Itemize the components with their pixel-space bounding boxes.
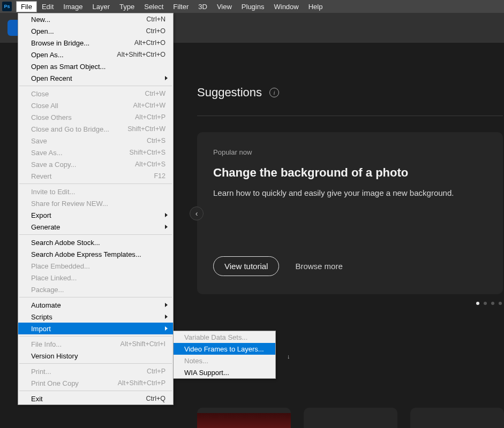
file-menu-item[interactable]: Search Adobe Express Templates... <box>18 248 173 260</box>
carousel-dots <box>197 302 502 305</box>
menu-item-shortcut: Alt+Ctrl+P <box>135 113 166 121</box>
menu-item-label: Import <box>31 325 166 333</box>
dot[interactable] <box>484 302 487 305</box>
menu-view[interactable]: View <box>212 1 237 12</box>
menubar: Ps FileEditImageLayerTypeSelectFilter3DV… <box>0 0 504 13</box>
file-menu-item: Print One CopyAlt+Shift+Ctrl+P <box>18 377 173 389</box>
file-menu-item[interactable]: Search Adobe Stock... <box>18 236 173 248</box>
browse-more-link[interactable]: Browse more <box>295 262 342 271</box>
menu-item-shortcut: Shift+Ctrl+W <box>127 125 166 133</box>
menu-separator <box>19 363 172 364</box>
menu-separator <box>19 184 172 184</box>
divider <box>197 116 503 116</box>
dot[interactable] <box>476 302 479 305</box>
import-submenu-item: Variable Data Sets... <box>174 331 275 343</box>
menu-item-label: Search Adobe Stock... <box>31 239 166 247</box>
thumbnail[interactable] <box>197 408 291 428</box>
file-menu-item[interactable]: Scripts <box>18 311 173 323</box>
menu-window[interactable]: Window <box>269 1 303 12</box>
file-menu-item: Save a Copy...Alt+Ctrl+S <box>18 158 173 170</box>
menu-item-shortcut: Alt+Shift+Ctrl+P <box>118 379 166 387</box>
menu-separator <box>19 391 172 391</box>
menu-item-label: Exit <box>31 395 146 403</box>
card-title: Change the background of a photo <box>213 166 487 180</box>
file-menu-item: Place Embedded... <box>18 260 173 272</box>
menu-item-label: Close Others <box>31 113 135 121</box>
file-menu-item: Print...Ctrl+P <box>18 365 173 377</box>
file-menu-item[interactable]: Export <box>18 209 173 221</box>
menu-item-shortcut: Ctrl+P <box>147 368 166 375</box>
menu-item-label: Share for Review NEW... <box>31 200 166 208</box>
menu-item-label: Print... <box>31 368 147 376</box>
file-menu-item[interactable]: ExitCtrl+Q <box>18 393 173 404</box>
menu-item-label: Open Recent <box>31 74 166 82</box>
file-menu-item[interactable]: New...Ctrl+N <box>18 13 173 25</box>
file-menu-item[interactable]: Automate <box>18 299 173 311</box>
menu-item-label: Revert <box>31 172 154 180</box>
file-menu-item[interactable]: Open as Smart Object... <box>18 60 173 72</box>
file-menu-item: Package... <box>18 284 173 295</box>
menu-image[interactable]: Image <box>58 1 87 12</box>
menu-item-label: Version History <box>31 352 166 360</box>
file-menu-item[interactable]: Import <box>18 323 173 334</box>
menu-item-label: Place Linked... <box>31 274 166 282</box>
import-submenu: Variable Data Sets...Video Frames to Lay… <box>173 331 276 379</box>
thumbnail[interactable] <box>304 408 397 428</box>
file-menu-item[interactable]: Version History <box>18 350 173 362</box>
file-menu-item: SaveCtrl+S <box>18 135 173 147</box>
file-menu-item[interactable]: Generate <box>18 221 173 233</box>
menu-item-label: Place Embedded... <box>31 262 166 270</box>
menu-item-label: Export <box>31 211 166 219</box>
menu-item-label: Save As... <box>31 149 130 157</box>
view-tutorial-button[interactable]: View tutorial <box>213 256 279 276</box>
carousel-prev-button[interactable]: ‹ <box>190 207 204 220</box>
info-icon[interactable]: i <box>269 88 279 97</box>
thumbnail[interactable] <box>410 408 504 428</box>
menu-plugins[interactable]: Plugins <box>237 1 269 12</box>
menu-item-label: Package... <box>31 286 166 294</box>
file-menu-item[interactable]: Open Recent <box>18 72 173 84</box>
menu-filter[interactable]: Filter <box>168 1 193 12</box>
menu-item-shortcut: Alt+Ctrl+O <box>134 39 166 47</box>
menu-item-label: Save <box>31 137 147 145</box>
file-menu-item[interactable]: Open...Ctrl+O <box>18 25 173 37</box>
menu-layer[interactable]: Layer <box>88 1 115 12</box>
menu-item-label: New... <box>31 16 146 24</box>
submenu-arrow-icon <box>165 76 168 80</box>
import-submenu-item[interactable]: Video Frames to Layers... <box>174 343 275 355</box>
app-icon: Ps <box>2 2 12 11</box>
menu-type[interactable]: Type <box>115 1 139 12</box>
menu-help[interactable]: Help <box>304 1 328 12</box>
menu-item-label: Close <box>31 90 145 98</box>
file-menu-item[interactable]: Open As...Alt+Shift+Ctrl+O <box>18 49 173 60</box>
menu-item-shortcut: Shift+Ctrl+S <box>130 149 166 156</box>
sort-control[interactable]: ↓ <box>287 353 504 360</box>
menu-item-shortcut: Alt+Shift+Ctrl+O <box>117 51 166 58</box>
menu-edit[interactable]: Edit <box>37 1 58 12</box>
menu-item-label: Save a Copy... <box>31 160 135 169</box>
submenu-arrow-icon <box>165 303 168 307</box>
menu-item-label: Close and Go to Bridge... <box>31 125 127 133</box>
menu-item-label: Invite to Edit... <box>31 188 166 196</box>
menu-separator <box>19 297 172 297</box>
file-menu-item: Invite to Edit... <box>18 186 173 197</box>
file-menu-item: Close and Go to Bridge...Shift+Ctrl+W <box>18 123 173 135</box>
menu-select[interactable]: Select <box>139 1 168 12</box>
menu-3d[interactable]: 3D <box>193 1 212 12</box>
file-menu-item: CloseCtrl+W <box>18 88 173 100</box>
menu-item-label: Open As... <box>31 51 117 59</box>
menu-file[interactable]: File <box>16 1 37 12</box>
dot[interactable] <box>491 302 494 305</box>
menu-item-shortcut: Alt+Shift+Ctrl+I <box>121 340 166 348</box>
dot[interactable] <box>499 302 502 305</box>
import-submenu-item[interactable]: WIA Support... <box>174 366 275 378</box>
menu-item-label: Scripts <box>31 313 166 321</box>
card-tag: Popular now <box>213 148 487 156</box>
menu-item-label: Automate <box>31 301 166 309</box>
file-menu-item: Save As...Shift+Ctrl+S <box>18 147 173 158</box>
import-submenu-item: Notes... <box>174 355 275 366</box>
menu-item-shortcut: F12 <box>154 172 166 180</box>
sort-arrow-icon: ↓ <box>287 353 290 360</box>
file-menu-item[interactable]: Browse in Bridge...Alt+Ctrl+O <box>18 37 173 49</box>
menu-item-shortcut: Alt+Ctrl+S <box>135 160 166 168</box>
